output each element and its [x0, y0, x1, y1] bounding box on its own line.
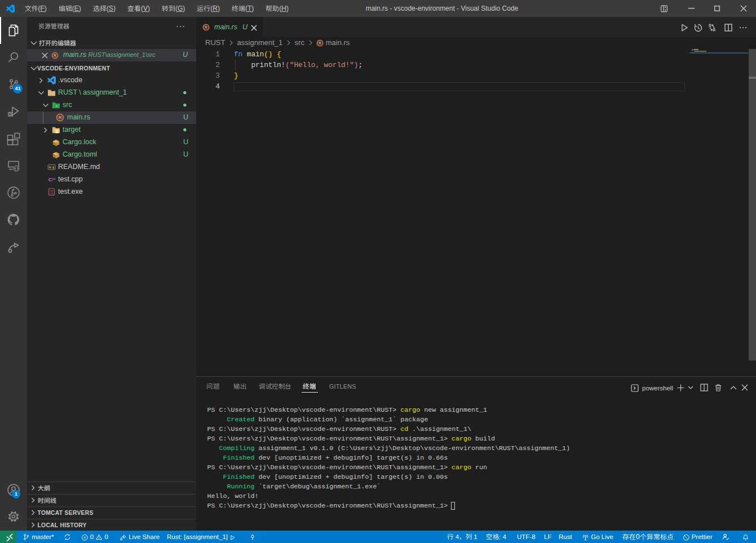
svg-text:10: 10: [50, 192, 53, 194]
svg-text:R: R: [205, 25, 207, 29]
svg-text:R: R: [319, 41, 321, 44]
svg-text:C: C: [48, 176, 52, 183]
svg-text:M: M: [48, 166, 51, 169]
svg-text:R: R: [54, 54, 56, 57]
svg-text:R: R: [59, 115, 62, 120]
